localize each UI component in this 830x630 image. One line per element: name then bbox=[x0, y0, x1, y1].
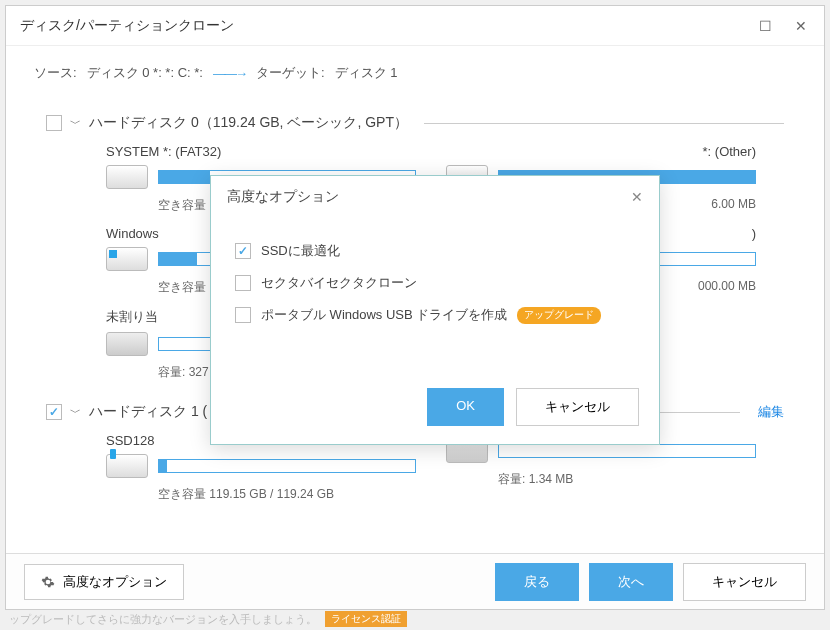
partition-sub: 空き容量 119.15 GB / 119.24 GB bbox=[158, 486, 416, 503]
footer-bar: 高度なオプション 戻る 次へ キャンセル bbox=[6, 553, 824, 609]
windows-disk-icon bbox=[106, 247, 148, 271]
dialog-titlebar: 高度なオプション ✕ bbox=[211, 176, 659, 218]
advanced-options-label: 高度なオプション bbox=[63, 573, 167, 591]
upgrade-badge[interactable]: アップグレード bbox=[517, 307, 601, 324]
close-button[interactable]: ✕ bbox=[792, 17, 810, 35]
option-sector-by-sector[interactable]: セクタバイセクタクローン bbox=[235, 274, 635, 292]
partition-title: SYSTEM *: (FAT32) bbox=[106, 144, 416, 159]
target-value: ディスク 1 bbox=[335, 64, 398, 82]
option-label: ポータブル Windows USB ドライブを作成 bbox=[261, 306, 507, 324]
promo-text: ップグレードしてさらに強力なバージョンを入手しましょう。 bbox=[9, 612, 317, 627]
advanced-options-button[interactable]: 高度なオプション bbox=[24, 564, 184, 600]
dialog-ok-button[interactable]: OK bbox=[427, 388, 504, 426]
ssd-disk-icon bbox=[106, 454, 148, 478]
source-value: ディスク 0 *: *: C: *: bbox=[87, 64, 203, 82]
option-ssd-optimize[interactable]: SSDに最適化 bbox=[235, 242, 635, 260]
partition-title: *: (Other) bbox=[446, 144, 756, 159]
dialog-close-icon[interactable]: ✕ bbox=[631, 189, 643, 205]
disk-checkbox[interactable] bbox=[46, 115, 62, 131]
disk-icon bbox=[106, 165, 148, 189]
gear-icon bbox=[41, 575, 55, 589]
checkbox[interactable] bbox=[235, 275, 251, 291]
option-label: セクタバイセクタクローン bbox=[261, 274, 417, 292]
disk-checkbox[interactable] bbox=[46, 404, 62, 420]
advanced-options-dialog: 高度なオプション ✕ SSDに最適化 セクタバイセクタクローン ポータブル Wi… bbox=[210, 175, 660, 445]
titlebar: ディスク/パーティションクローン ☐ ✕ bbox=[6, 6, 824, 46]
edit-link[interactable]: 編集 bbox=[758, 403, 784, 421]
disk-header-0[interactable]: ﹀ ハードディスク 0（119.24 GB, ベーシック, GPT） bbox=[46, 114, 784, 132]
back-button[interactable]: 戻る bbox=[495, 563, 579, 601]
arrow-icon: ——→ bbox=[213, 66, 246, 81]
disk-header-label: ハードディスク 0（119.24 GB, ベーシック, GPT） bbox=[89, 114, 408, 132]
dialog-cancel-button[interactable]: キャンセル bbox=[516, 388, 639, 426]
next-button[interactable]: 次へ bbox=[589, 563, 673, 601]
disk-header-label: ハードディスク 1 ( bbox=[89, 403, 207, 421]
option-portable-windows-usb[interactable]: ポータブル Windows USB ドライブを作成 アップグレード bbox=[235, 306, 635, 324]
separator bbox=[424, 123, 784, 124]
license-badge[interactable]: ライセンス認証 bbox=[325, 611, 407, 627]
cancel-button[interactable]: キャンセル bbox=[683, 563, 806, 601]
source-target-line: ソース: ディスク 0 *: *: C: *: ——→ ターゲット: ディスク … bbox=[6, 46, 824, 92]
usage-bar bbox=[158, 459, 416, 473]
option-label: SSDに最適化 bbox=[261, 242, 340, 260]
target-label: ターゲット: bbox=[256, 64, 325, 82]
window-title: ディスク/パーティションクローン bbox=[20, 17, 756, 35]
chevron-down-icon: ﹀ bbox=[70, 116, 81, 131]
chevron-down-icon: ﹀ bbox=[70, 405, 81, 420]
checkbox[interactable] bbox=[235, 243, 251, 259]
partition-sub: 容量: 1.34 MB bbox=[498, 471, 756, 488]
usage-bar bbox=[498, 444, 756, 458]
checkbox[interactable] bbox=[235, 307, 251, 323]
maximize-button[interactable]: ☐ bbox=[756, 17, 774, 35]
source-label: ソース: bbox=[34, 64, 77, 82]
bottom-promo-strip: ップグレードしてさらに強力なバージョンを入手しましょう。 ライセンス認証 bbox=[5, 610, 825, 628]
dialog-title: 高度なオプション bbox=[227, 188, 631, 206]
unallocated-icon bbox=[106, 332, 148, 356]
